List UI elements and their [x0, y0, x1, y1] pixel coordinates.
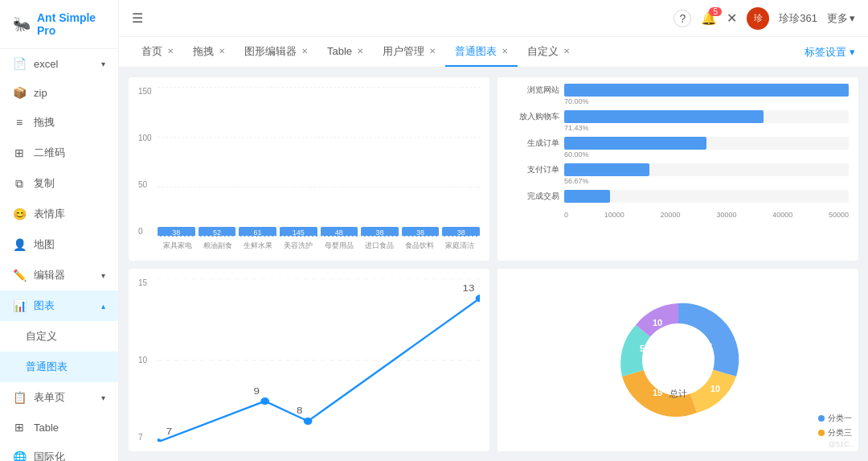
close-button[interactable]: ✕ — [727, 10, 737, 26]
sidebar-item-putong[interactable]: 普通图表 — [0, 352, 118, 382]
hbar-fill-0 — [564, 84, 849, 97]
tab-close-icon[interactable]: ✕ — [301, 47, 308, 56]
tab-charts[interactable]: 普通图表 ✕ — [445, 37, 518, 67]
hbar-fill-4 — [564, 190, 610, 203]
donut-label-15: 15 — [653, 388, 662, 397]
tab-settings-button[interactable]: 标签设置 ▾ — [805, 45, 855, 60]
app-name: Ant Simple Pro — [37, 11, 105, 37]
hbar-row-3: 支付订单 56.67% — [507, 163, 849, 185]
line-chart-card: 15 10 7 — [129, 269, 489, 452]
user-name: 珍珍361 — [779, 11, 817, 26]
chevron-down-icon: ▾ — [101, 60, 105, 68]
donut-svg: 27 10 15 5 10 — [606, 287, 751, 432]
tab-close-icon[interactable]: ✕ — [357, 47, 363, 56]
chevron-down-icon: ▾ — [850, 12, 855, 24]
hbar-label-1: 放入购物车 — [507, 111, 559, 122]
sidebar-item-map[interactable]: 👤 地图 — [0, 229, 118, 260]
y-label-150: 150 — [138, 87, 158, 96]
sidebar-item-custom[interactable]: 自定义 — [0, 321, 118, 352]
sidebar-item-label: 复制 — [34, 176, 55, 191]
tab-close-icon[interactable]: ✕ — [563, 47, 570, 56]
hamburger-button[interactable]: ☰ — [132, 10, 143, 26]
svg-point-5 — [304, 417, 313, 424]
logo-icon: 🐜 — [13, 15, 31, 33]
sidebar-item-i18n[interactable]: 🌐 国际化 — [0, 442, 118, 461]
bar-x-label-5: 进口食品 — [359, 241, 399, 251]
tab-drag[interactable]: 拖拽 ✕ — [183, 37, 235, 67]
donut-label-10b: 10 — [653, 318, 662, 327]
sidebar-item-label: 国际化 — [34, 450, 65, 461]
tab-users[interactable]: 用户管理 ✕ — [373, 37, 445, 67]
bar-x-label-4: 母婴用品 — [319, 241, 359, 251]
sidebar-item-chart[interactable]: 📊 图表 ▴ — [0, 290, 118, 321]
y-label-100: 100 — [138, 134, 158, 142]
bar-x-label-6: 食品饮料 — [399, 241, 440, 251]
line-y-7: 7 — [138, 433, 154, 442]
avatar-text: 珍 — [754, 12, 763, 24]
legend-dot-2 — [818, 430, 825, 436]
sidebar-item-zip[interactable]: 📦 zip — [0, 78, 118, 107]
bar-x-label-7: 家庭清洁 — [440, 241, 480, 251]
qr-icon: ⊞ — [13, 146, 26, 159]
notification-button[interactable]: 🔔 5 — [701, 10, 717, 26]
hbar-chart-card: 浏览网站 70.00% 放入购物车 71.43% — [497, 77, 858, 261]
bar-chart-card: 150 100 50 0 38 — [129, 77, 489, 261]
sidebar-item-fuzhi[interactable]: ⧉ 复制 — [0, 168, 118, 199]
hbar-fill-2 — [564, 137, 706, 150]
tab-label: 拖拽 — [193, 44, 214, 59]
y-label-50: 50 — [138, 180, 158, 189]
hbar-row-4: 完成交易 — [507, 190, 849, 203]
tab-custom[interactable]: 自定义 ✕ — [518, 37, 579, 67]
sidebar-item-form[interactable]: 📋 表单页 ▾ — [0, 382, 118, 413]
tab-table[interactable]: Table ✕ — [317, 37, 373, 67]
bar-x-label-1: 粮油副食 — [198, 241, 238, 251]
tab-close-icon[interactable]: ✕ — [502, 47, 508, 56]
more-button[interactable]: 更多 ▾ — [827, 11, 855, 26]
sidebar-item-label: 地图 — [34, 237, 55, 252]
zip-icon: 📦 — [13, 86, 26, 99]
sidebar-item-qrcode[interactable]: ⊞ 二维码 — [0, 138, 118, 168]
line-y-15: 15 — [138, 278, 154, 287]
form-icon: 📋 — [13, 391, 26, 404]
line-label-9: 9 — [254, 385, 260, 396]
legend-label-2: 分类三 — [828, 427, 852, 438]
tab-label: 首页 — [141, 44, 162, 59]
sidebar-item-excel[interactable]: 📄 excel ▾ — [0, 49, 118, 78]
main-area: ☰ ? 🔔 5 ✕ 珍 珍珍361 更多 ▾ 首页 ✕ 拖拽 ✕ — [119, 0, 868, 461]
svg-point-3 — [158, 438, 162, 442]
tab-graph[interactable]: 图形编辑器 ✕ — [235, 37, 317, 67]
legend-item-1: 分类一 — [818, 413, 852, 424]
header-actions: ? 🔔 5 ✕ 珍 珍珍361 更多 ▾ — [674, 7, 855, 30]
hbar-pct-0: 70.00% — [507, 97, 849, 105]
sidebar-item-table[interactable]: ⊞ Table — [0, 413, 118, 442]
app-logo: 🐜 Ant Simple Pro — [0, 0, 118, 49]
sidebar-item-label: 图表 — [34, 298, 55, 313]
drag-icon: ≡ — [13, 116, 26, 129]
sidebar-item-label: 编辑器 — [34, 268, 65, 282]
sidebar-item-emoji[interactable]: 😊 表情库 — [0, 199, 118, 229]
tab-label: 普通图表 — [455, 44, 497, 59]
sidebar-item-tuozhuai[interactable]: ≡ 拖拽 — [0, 107, 118, 138]
avatar: 珍 — [747, 7, 769, 30]
hbar-pct-3: 56.67% — [507, 177, 849, 185]
chevron-up-icon: ▴ — [101, 302, 105, 311]
tab-close-icon[interactable]: ✕ — [429, 47, 436, 56]
tab-home[interactable]: 首页 ✕ — [132, 37, 183, 67]
hbar-label-3: 支付订单 — [507, 164, 559, 175]
sidebar: 🐜 Ant Simple Pro 📄 excel ▾ 📦 zip ≡ 拖拽 ⊞ … — [0, 0, 119, 461]
map-icon: 👤 — [13, 238, 26, 251]
sidebar-item-label: 拖拽 — [34, 115, 55, 130]
tab-close-icon[interactable]: ✕ — [219, 47, 225, 56]
table-icon: ⊞ — [13, 421, 26, 434]
y-label-0: 0 — [138, 227, 158, 236]
line-label-13: 13 — [462, 282, 474, 293]
tab-close-icon[interactable]: ✕ — [167, 47, 174, 56]
help-button[interactable]: ? — [674, 10, 691, 27]
line-chart-svg: 13 9 8 7 — [158, 278, 480, 442]
donut-legend: 分类一 分类三 — [818, 413, 852, 438]
donut-label-27: 27 — [702, 342, 712, 352]
hbar-pct-2: 60.00% — [507, 150, 849, 158]
top-header: ☰ ? 🔔 5 ✕ 珍 珍珍361 更多 ▾ — [119, 0, 868, 37]
sidebar-item-editor[interactable]: ✏️ 编辑器 ▾ — [0, 260, 118, 290]
donut-center-label: 总计 — [669, 388, 687, 400]
